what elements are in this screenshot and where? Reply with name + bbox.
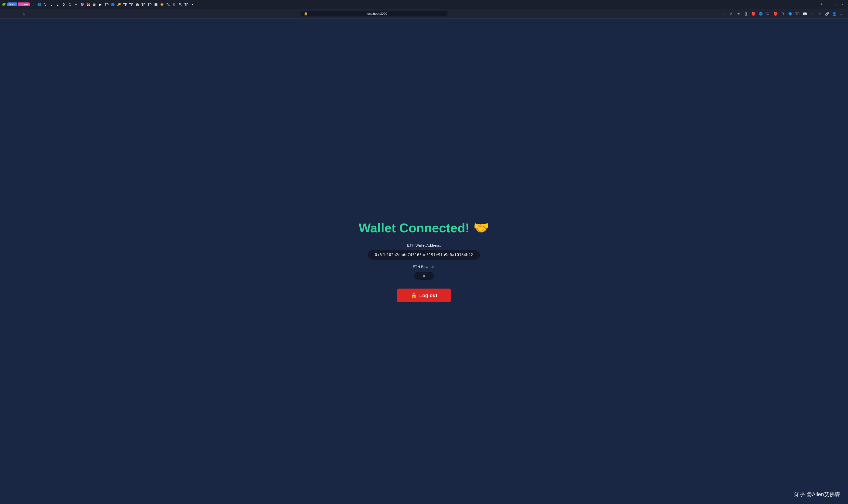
back-button[interactable]: ← <box>3 10 10 17</box>
ext-icon-4[interactable]: L <box>49 1 54 7</box>
toolbar-icons: ⊟ A ★ {} 🔴 🔵 🛡 🔴 R 🔷 TP 📖 ⊞ ☆ 🔗 👤 … <box>720 10 845 17</box>
window-controls: — □ ✕ <box>826 2 847 6</box>
eth-balance-label: ETH Balance: <box>413 265 435 269</box>
user-icon[interactable]: 👤 <box>831 10 838 17</box>
ext-icon-8[interactable]: ♦ <box>73 1 79 7</box>
ext-icon-6[interactable]: D <box>61 1 67 7</box>
ext-icon-3[interactable]: V <box>42 1 48 7</box>
ext-icon-17[interactable]: TP <box>128 1 134 7</box>
ext-toolbar-6[interactable]: 🔷 <box>787 10 794 17</box>
eth-balance-section: ETH Balance: 0 <box>413 265 435 280</box>
logout-icon: 🔒 <box>411 292 417 299</box>
ext-icon-18[interactable]: 🏠 <box>134 1 140 7</box>
ext-icon-13[interactable]: TP <box>104 1 110 7</box>
ext-toolbar-4[interactable]: 🔴 <box>772 10 779 17</box>
address-bar[interactable]: 🔒 localhost:3000 <box>300 11 448 16</box>
menu-icon[interactable]: … <box>838 10 845 17</box>
ext-toolbar-5[interactable]: R <box>779 10 786 17</box>
eth-address-value: 0x6fb102a2dadd745163ac519fe9fa9d0af0184b… <box>368 250 480 259</box>
ext-icon-20[interactable]: TP <box>147 1 152 7</box>
ext-toolbar-2[interactable]: 🔵 <box>757 10 764 17</box>
tablet-icon[interactable]: ⊟ <box>720 10 727 17</box>
ext-icon-24[interactable]: ⚙ <box>171 1 177 7</box>
ext-icon-23[interactable]: 🔧 <box>165 1 171 7</box>
sidebar-icon[interactable]: ⊞ <box>809 10 816 17</box>
ext-toolbar-tp[interactable]: TP <box>794 10 801 17</box>
url-text: localhost:3000 <box>310 12 444 16</box>
ext-icon-10[interactable]: 🦊 <box>85 1 91 7</box>
eth-address-section: ETH Wallet Address: 0x6fb102a2dadd745163… <box>368 243 480 259</box>
ext-icon-2[interactable]: 🌐 <box>36 1 42 7</box>
ext-icon-22[interactable]: 🦁 <box>159 1 165 7</box>
ext-icon-19[interactable]: TP <box>141 1 146 7</box>
ext-icon-26[interactable]: TP <box>183 1 190 7</box>
ext-icon-12[interactable]: ▶ <box>98 1 104 7</box>
ext-icon-7[interactable]: ⬡ <box>67 1 73 7</box>
ext-icon-1[interactable]: ✓ <box>30 1 36 7</box>
ext-icon-16[interactable]: TP <box>122 1 128 7</box>
profile-icon[interactable]: 🧩 <box>1 1 7 7</box>
minimize-button[interactable]: — <box>828 2 832 6</box>
ext-icon-15[interactable]: 🔑 <box>116 1 122 7</box>
tab-mcake[interactable]: mcake <box>18 2 30 6</box>
watermark: 知乎 @Allen艾佛森 <box>794 491 840 498</box>
handshake-emoji: 🤝 <box>473 220 489 235</box>
new-tab-button[interactable]: + <box>818 1 825 8</box>
wallet-connected-text: Wallet Connected! <box>359 221 470 235</box>
favorites-icon[interactable]: ☆ <box>816 10 823 17</box>
forward-button[interactable]: → <box>12 10 19 17</box>
wallet-connected-title: Wallet Connected! 🤝 <box>359 220 489 235</box>
tab-bar: 🧩 learn mcake ✓ 🌐 V L L D ⬡ ♦ 🔮 🦊 ⊞ ▶ TP… <box>0 0 848 9</box>
ext-icon-9[interactable]: 🔮 <box>79 1 85 7</box>
maximize-button[interactable]: □ <box>834 2 838 6</box>
ext-icon-21[interactable]: 🔲 <box>153 1 159 7</box>
main-content: Wallet Connected! 🤝 ETH Wallet Address: … <box>0 19 848 504</box>
ext-icon-close[interactable]: ✕ <box>190 1 196 7</box>
ext-toolbar-3[interactable]: 🛡 <box>764 10 772 17</box>
address-bar-row: ← → ↻ 🔒 localhost:3000 ⊟ A ★ {} 🔴 🔵 🛡 🔴 … <box>0 9 848 19</box>
logout-button[interactable]: 🔒 Log out <box>397 289 451 302</box>
eth-address-label: ETH Wallet Address: <box>407 243 441 247</box>
eth-balance-value: 0 <box>414 272 434 280</box>
lock-icon: 🔒 <box>304 12 308 16</box>
ext-icon-25[interactable]: 🔍 <box>177 1 183 7</box>
ext-icon-14[interactable]: 🔵 <box>110 1 116 7</box>
bookmark-icon[interactable]: ★ <box>735 10 742 17</box>
tab-learn[interactable]: learn <box>7 2 17 6</box>
browser-chrome: 🧩 learn mcake ✓ 🌐 V L L D ⬡ ♦ 🔮 🦊 ⊞ ▶ TP… <box>0 0 848 19</box>
ext-toolbar-1[interactable]: 🔴 <box>750 10 757 17</box>
refresh-button[interactable]: ↻ <box>21 10 28 17</box>
code-icon[interactable]: {} <box>742 10 750 17</box>
collections-icon[interactable]: 🔗 <box>824 10 830 17</box>
close-button[interactable]: ✕ <box>840 2 844 6</box>
reader-icon[interactable]: 📖 <box>801 10 808 17</box>
tab-icons-row: ✓ 🌐 V L L D ⬡ ♦ 🔮 🦊 ⊞ ▶ TP 🔵 🔑 TP TP 🏠 T… <box>30 1 817 7</box>
ext-icon-5[interactable]: L <box>55 1 60 7</box>
logout-label: Log out <box>419 293 437 299</box>
font-icon[interactable]: A <box>728 10 735 17</box>
ext-icon-11[interactable]: ⊞ <box>91 1 97 7</box>
